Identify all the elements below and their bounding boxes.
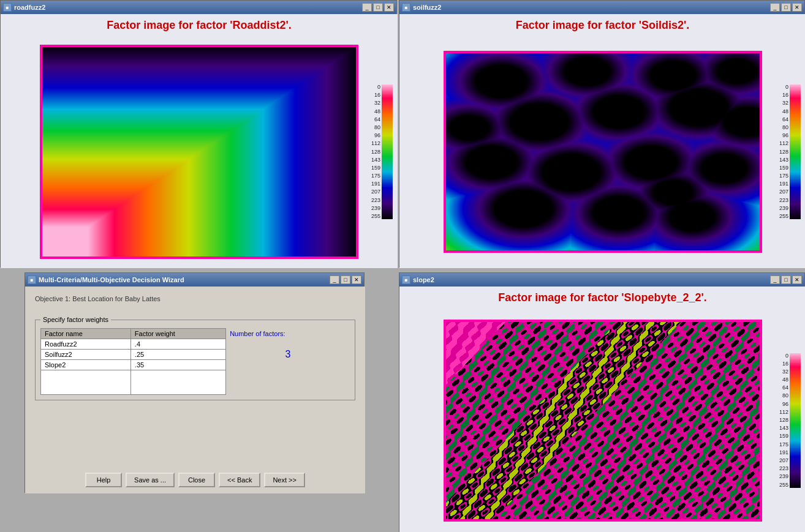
soilfuzz-maximize[interactable]: □ [781, 3, 791, 12]
soilfuzz-window: ■ soilfuzz2 _ □ ✕ Factor image for facto… [399, 0, 805, 268]
back-button[interactable]: << Back [219, 473, 260, 487]
wizard-factor-name-1: Roadfuzz2 [41, 339, 131, 350]
slope-controls: _ □ ✕ [770, 275, 802, 284]
wizard-col-weight: Factor weight [130, 329, 225, 339]
slope-minimize[interactable]: _ [770, 275, 780, 284]
slope-titlebar: ■ slope2 _ □ ✕ [399, 273, 804, 287]
wizard-title-icon: ■ [28, 275, 36, 284]
slope-legend-bar [790, 353, 801, 488]
wizard-weight-input-1[interactable] [135, 340, 172, 348]
soilfuzz-image-container: 0163248648096112128143159175191207223239… [399, 36, 805, 268]
wizard-group-legend: Specify factor weights [40, 316, 111, 323]
soilfuzz-canvas [444, 51, 762, 253]
close-button[interactable]: Close [178, 473, 215, 487]
wizard-factor-weight-3[interactable] [130, 360, 225, 370]
roadfuzz-legend: 0163248648096112128143159175191207223239… [371, 84, 393, 219]
wizard-factor-name-3: Slope2 [41, 360, 131, 370]
wizard-row-empty [41, 370, 350, 395]
roadfuzz-image-container: 0163248648096112128143159175191207223239… [1, 36, 398, 268]
soilfuzz-legend-bar [790, 84, 801, 219]
roadfuzz-canvas [40, 45, 358, 259]
roadfuzz-titlebar: ■ roadfuzz2 _ □ ✕ [1, 1, 396, 14]
soilfuzz-content: Factor image for factor 'Soildis2'. 0163… [399, 14, 805, 268]
wizard-col-name: Factor name [41, 329, 131, 339]
help-button[interactable]: Help [85, 473, 122, 487]
soilfuzz-title-icon: ■ [402, 3, 410, 12]
soilfuzz-close[interactable]: ✕ [792, 3, 802, 12]
wizard-title-text: Multi-Criteria/Multi-Objective Decision … [39, 276, 184, 283]
roadfuzz-window: ■ roadfuzz2 _ □ ✕ Factor image for facto… [0, 0, 397, 268]
wizard-row-1: Roadfuzz2 3 [41, 339, 350, 350]
soilfuzz-titlebar: ■ soilfuzz2 _ □ ✕ [399, 1, 804, 14]
wizard-weight-input-2[interactable] [135, 351, 172, 358]
roadfuzz-maximize[interactable]: □ [373, 3, 383, 12]
roadfuzz-title-icon: ■ [3, 3, 12, 12]
roadfuzz-minimize[interactable]: _ [362, 3, 372, 12]
wizard-window: ■ Multi-Criteria/Multi-Objective Decisio… [25, 272, 365, 493]
wizard-table: Factor name Factor weight Number of fact… [40, 328, 350, 395]
wizard-factor-weight-1[interactable] [130, 339, 225, 350]
wizard-num-factors: 3 [226, 339, 350, 370]
soilfuzz-legend: 0163248648096112128143159175191207223239… [779, 84, 801, 219]
roadfuzz-close[interactable]: ✕ [384, 3, 394, 12]
slope-legend: 0163248648096112128143159175191207223239… [779, 353, 801, 488]
roadfuzz-title-text: roadfuzz2 [14, 4, 45, 11]
roadfuzz-factor-title: Factor image for factor 'Roaddist2'. [107, 19, 292, 32]
wizard-col-numfactors: Number of factors: [226, 329, 350, 339]
slope-content: Factor image for factor 'Slopebyte_2_2'.… [399, 287, 805, 532]
save-as-button[interactable]: Save as ... [126, 473, 175, 487]
roadfuzz-legend-bar [382, 84, 393, 219]
wizard-objective: Objective 1: Best Location for Baby Latt… [35, 295, 355, 302]
wizard-maximize[interactable]: □ [341, 275, 350, 284]
wizard-buttons: Help Save as ... Close << Back Next >> [25, 473, 365, 487]
soilfuzz-title-text: soilfuzz2 [413, 4, 441, 11]
slope-title-icon: ■ [402, 275, 410, 284]
wizard-weight-input-3[interactable] [135, 361, 172, 369]
slope-image-container: 0163248648096112128143159175191207223239… [399, 308, 805, 532]
roadfuzz-controls: _ □ ✕ [362, 3, 394, 12]
soilfuzz-minimize[interactable]: _ [770, 3, 780, 12]
wizard-minimize[interactable]: _ [330, 275, 339, 284]
wizard-factor-name-2: Soilfuzz2 [41, 350, 131, 360]
soilfuzz-factor-title: Factor image for factor 'Soildis2'. [516, 19, 690, 32]
wizard-factor-weight-2[interactable] [130, 350, 225, 360]
wizard-titlebar: ■ Multi-Criteria/Multi-Objective Decisio… [25, 273, 364, 287]
wizard-controls: _ □ ✕ [330, 275, 361, 284]
slope-close[interactable]: ✕ [792, 275, 802, 284]
wizard-close-btn[interactable]: ✕ [352, 275, 361, 284]
wizard-content: Objective 1: Best Location for Baby Latt… [25, 287, 365, 493]
slope-maximize[interactable]: □ [781, 275, 791, 284]
slope-window: ■ slope2 _ □ ✕ Factor image for factor '… [399, 272, 805, 532]
soilfuzz-controls: _ □ ✕ [770, 3, 802, 12]
roadfuzz-content: Factor image for factor 'Roaddist2'. 016… [1, 14, 398, 268]
next-button[interactable]: Next >> [264, 473, 305, 487]
slope-canvas [444, 320, 762, 522]
slope-factor-title: Factor image for factor 'Slopebyte_2_2'. [498, 291, 707, 304]
slope-title-text: slope2 [413, 276, 434, 283]
